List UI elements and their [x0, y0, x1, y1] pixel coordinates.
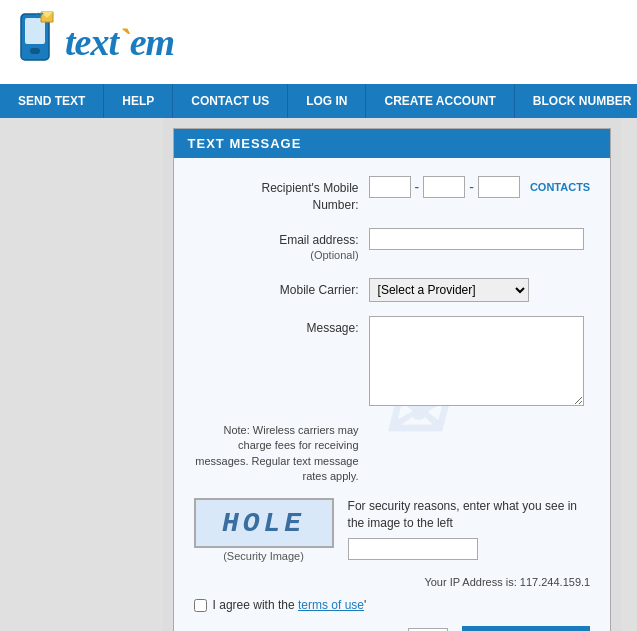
captcha-image-area: HOLE (Security Image) — [194, 498, 334, 562]
captcha-image: HOLE — [194, 498, 334, 548]
main-content: TEXT MESSAGE ✉ Recipient's Mobile Number… — [0, 118, 637, 631]
logo-text: text`em — [65, 20, 174, 64]
phone-sep-1: - — [415, 179, 420, 195]
carrier-row: Mobile Carrier: [Select a Provider]AT&TV… — [194, 278, 591, 302]
form-inner: ✉ Recipient's Mobile Number: - - CONTACT… — [194, 176, 591, 631]
nav-log-in[interactable]: LOG IN — [288, 84, 366, 118]
phone-prefix-input[interactable] — [423, 176, 465, 198]
submit-row: Characters left 155 SEND MESSAGE — [194, 626, 591, 631]
email-control — [369, 228, 591, 250]
logo: text`em — [15, 10, 174, 74]
message-row: Message: — [194, 316, 591, 409]
nav-create-account[interactable]: CREATE ACCOUNT — [366, 84, 514, 118]
ip-row: Your IP Address is: 117.244.159.1 — [194, 576, 591, 588]
carrier-select[interactable]: [Select a Provider]AT&TVerizonT-MobileSp… — [369, 278, 529, 302]
captcha-input[interactable] — [348, 538, 478, 560]
note-label: Note: Wireless carriers may charge fees … — [194, 423, 369, 485]
sidebar-right — [621, 118, 637, 631]
note-row: Note: Wireless carriers may charge fees … — [194, 423, 591, 485]
terms-row: I agree with the terms of use' — [194, 598, 591, 612]
send-message-button[interactable]: SEND MESSAGE — [462, 626, 591, 631]
terms-checkbox[interactable] — [194, 599, 207, 612]
ip-value: 117.244.159.1 — [520, 576, 590, 588]
carrier-label: Mobile Carrier: — [194, 278, 369, 299]
phone-area-input[interactable] — [369, 176, 411, 198]
form-body: ✉ Recipient's Mobile Number: - - CONTACT… — [174, 158, 611, 631]
ip-text: Your IP Address is: 117.244.159.1 — [424, 576, 590, 588]
email-label: Email address: (Optional) — [194, 228, 369, 264]
header: text`em — [0, 0, 637, 84]
sidebar-left — [0, 118, 163, 631]
phone-line-input[interactable] — [478, 176, 520, 198]
phone-sep-2: - — [469, 179, 474, 195]
panel-title: TEXT MESSAGE — [174, 129, 611, 158]
phone-group: - - CONTACTS — [369, 176, 591, 198]
text-message-panel: TEXT MESSAGE ✉ Recipient's Mobile Number… — [173, 128, 612, 631]
logo-phone-icon — [15, 10, 59, 74]
email-row: Email address: (Optional) — [194, 228, 591, 264]
navigation: SEND TEXT HELP CONTACT US LOG IN CREATE … — [0, 84, 637, 118]
recipient-row: Recipient's Mobile Number: - - CONTACTS — [194, 176, 591, 214]
nav-contact-us[interactable]: CONTACT US — [173, 84, 288, 118]
captcha-sublabel: (Security Image) — [194, 550, 334, 562]
captcha-row: HOLE (Security Image) For security reaso… — [194, 498, 591, 562]
nav-send-text[interactable]: SEND TEXT — [0, 84, 104, 118]
svg-rect-2 — [30, 48, 40, 54]
carrier-control: [Select a Provider]AT&TVerizonT-MobileSp… — [369, 278, 591, 302]
contacts-link[interactable]: CONTACTS — [530, 181, 590, 193]
captcha-right: For security reasons, enter what you see… — [348, 498, 591, 560]
nav-block-number[interactable]: BLOCK NUMBER — [515, 84, 637, 118]
message-textarea[interactable] — [369, 316, 584, 406]
email-input[interactable] — [369, 228, 584, 250]
recipient-label: Recipient's Mobile Number: — [194, 176, 369, 214]
terms-link[interactable]: terms of use — [298, 598, 364, 612]
message-control — [369, 316, 591, 409]
nav-help[interactable]: HELP — [104, 84, 173, 118]
terms-text: I agree with the terms of use' — [213, 598, 367, 612]
captcha-description: For security reasons, enter what you see… — [348, 498, 591, 532]
message-label: Message: — [194, 316, 369, 337]
